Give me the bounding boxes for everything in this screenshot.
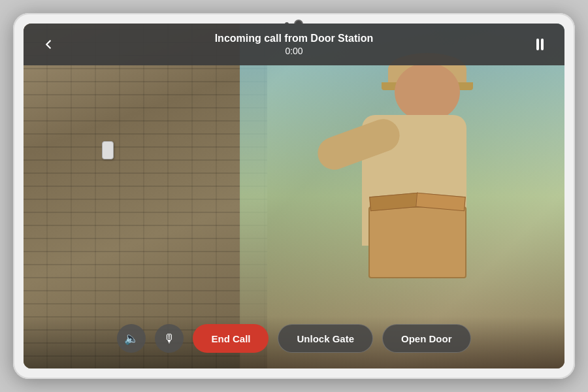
call-title: Incoming call from Door Station <box>215 33 374 44</box>
end-call-button[interactable]: End Call <box>193 324 269 353</box>
speaker-icon: 🔈 <box>124 331 139 346</box>
mic-icon: 🎙 <box>163 332 175 346</box>
person-box <box>368 206 466 278</box>
top-bar: Incoming call from Door Station 0:00 <box>24 24 564 65</box>
back-button[interactable] <box>37 33 60 56</box>
open-door-button[interactable]: Open Door <box>382 324 471 353</box>
doorbell <box>102 141 114 159</box>
tablet-frame: Incoming call from Door Station 0:00 <box>13 13 575 379</box>
call-timer: 0:00 <box>285 46 302 56</box>
person-silhouette <box>342 63 512 311</box>
call-info: Incoming call from Door Station 0:00 <box>215 33 374 56</box>
pause-icon <box>536 39 544 50</box>
pause-button[interactable] <box>528 33 551 56</box>
speaker-button[interactable]: 🔈 <box>117 324 146 353</box>
mic-button[interactable]: 🎙 <box>155 324 184 353</box>
screen: Incoming call from Door Station 0:00 <box>24 24 564 368</box>
unlock-gate-button[interactable]: Unlock Gate <box>278 324 373 353</box>
person-head <box>395 63 460 122</box>
bottom-controls: 🔈 🎙 End Call Unlock Gate Open Door <box>24 316 564 368</box>
